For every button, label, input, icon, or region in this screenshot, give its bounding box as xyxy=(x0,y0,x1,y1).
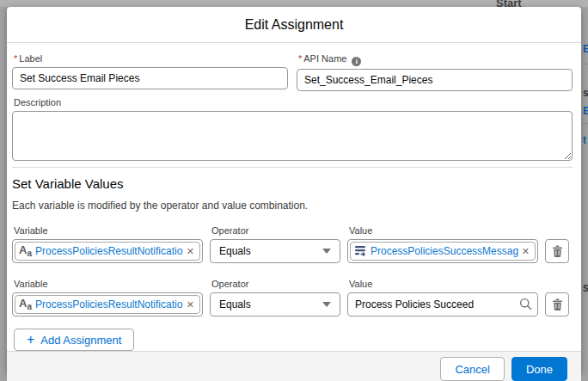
description-field-label: Description xyxy=(14,97,573,108)
value-column: Value xyxy=(347,279,538,316)
value-column: Value ProcessPoliciesSuccessMessage ✕ xyxy=(347,225,538,263)
variable-column-label: Variable xyxy=(14,279,203,290)
canvas-text-fragment: s xyxy=(583,87,588,99)
description-field-group: Description xyxy=(12,97,573,161)
variable-column-label: Variable xyxy=(14,225,203,237)
variable-pill[interactable]: Aa ProcessPoliciesResultNotificationTitl… xyxy=(15,295,200,314)
operator-select[interactable]: Equals xyxy=(210,239,340,263)
operator-column: Operator Equals xyxy=(210,225,340,263)
delete-assignment-button[interactable] xyxy=(545,292,569,316)
modal-title: Edit Assignment xyxy=(245,17,344,33)
variable-pill-label: ProcessPoliciesResultNotificationTitle xyxy=(35,298,183,310)
close-icon[interactable]: ✕ xyxy=(187,246,194,257)
api-name-field-label: *API Namei xyxy=(298,53,573,66)
info-icon[interactable]: i xyxy=(352,57,361,66)
variable-combobox[interactable]: Aa ProcessPoliciesResultNotificationTitl… xyxy=(12,292,203,316)
text-type-icon: Aa xyxy=(19,298,32,311)
canvas-text-fragment: E xyxy=(583,43,588,55)
canvas-text-fragment: t xyxy=(583,134,586,146)
canvas-text-fragment: Su xyxy=(583,284,588,293)
modal-body-top: *Label *API Namei Description xyxy=(7,43,581,168)
variable-column: Variable Aa ProcessPoliciesResultNotific… xyxy=(12,279,203,316)
assignment-row: Variable Aa ProcessPoliciesResultNotific… xyxy=(12,279,573,316)
label-field-group: *Label xyxy=(12,53,288,91)
set-variable-values-section: Set Variable Values Each variable is mod… xyxy=(7,168,581,351)
operator-column-label: Operator xyxy=(211,279,340,290)
label-field-label: *Label xyxy=(14,53,288,65)
label-input[interactable] xyxy=(12,67,288,89)
plus-icon: + xyxy=(27,333,34,347)
done-button[interactable]: Done xyxy=(511,357,567,381)
value-combobox[interactable]: ProcessPoliciesSuccessMessage ✕ xyxy=(347,239,538,263)
chevron-down-icon xyxy=(322,302,331,307)
text-type-icon: Aa xyxy=(19,244,32,258)
trash-icon xyxy=(552,298,563,310)
variable-pill[interactable]: Aa ProcessPoliciesResultNotificationBody… xyxy=(15,242,200,261)
section-heading: Set Variable Values xyxy=(12,176,573,191)
value-pill[interactable]: ProcessPoliciesSuccessMessage ✕ xyxy=(350,242,536,261)
add-assignment-button[interactable]: + Add Assignment xyxy=(14,329,134,351)
cancel-button[interactable]: Cancel xyxy=(440,357,504,381)
operator-select[interactable]: Equals xyxy=(210,292,340,316)
variable-combobox[interactable]: Aa ProcessPoliciesResultNotificationBody… xyxy=(12,239,203,263)
operator-selected-value: Equals xyxy=(219,245,251,257)
search-icon xyxy=(519,298,532,310)
operator-column-label: Operator xyxy=(211,225,340,237)
section-subtext: Each variable is modified by the operato… xyxy=(12,200,573,212)
operator-selected-value: Equals xyxy=(219,298,251,310)
delete-assignment-button[interactable] xyxy=(545,239,569,263)
text-template-icon xyxy=(354,245,367,257)
close-icon[interactable]: ✕ xyxy=(187,299,194,310)
description-textarea[interactable] xyxy=(12,111,573,161)
trash-icon xyxy=(552,245,563,257)
operator-column: Operator Equals xyxy=(210,279,340,316)
value-column-label: Value xyxy=(349,225,538,237)
chevron-down-icon xyxy=(322,249,331,254)
required-asterisk: * xyxy=(298,53,302,64)
api-name-field-group: *API Namei xyxy=(297,53,573,91)
modal-header: Edit Assignment xyxy=(7,7,581,43)
value-search-input[interactable] xyxy=(347,292,538,316)
add-assignment-label: Add Assignment xyxy=(40,334,121,347)
canvas-divider-fragment xyxy=(582,123,588,124)
required-asterisk: * xyxy=(14,53,17,64)
close-icon[interactable]: ✕ xyxy=(522,246,530,257)
edit-assignment-modal: Edit Assignment *Label *API Namei Descri… xyxy=(7,7,581,373)
modal-footer: Cancel Done xyxy=(7,351,581,381)
canvas-divider-fragment xyxy=(582,64,588,65)
api-name-input[interactable] xyxy=(297,69,573,91)
value-pill-label: ProcessPoliciesSuccessMessage xyxy=(371,245,518,257)
variable-column: Variable Aa ProcessPoliciesResultNotific… xyxy=(12,225,203,263)
value-column-label: Value xyxy=(349,279,538,290)
variable-pill-label: ProcessPoliciesResultNotificationBody xyxy=(35,245,183,257)
canvas-text-fragment: E xyxy=(583,105,588,117)
assignment-row: Variable Aa ProcessPoliciesResultNotific… xyxy=(12,225,573,263)
